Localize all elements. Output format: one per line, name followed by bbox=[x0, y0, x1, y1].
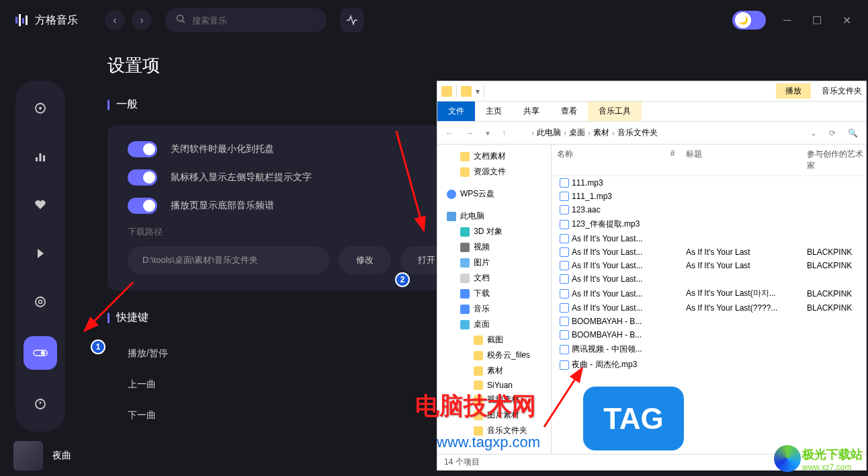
file-row[interactable]: 腾讯视频 - 中国领... bbox=[552, 342, 866, 357]
file-row[interactable]: 123.aac bbox=[552, 203, 866, 216]
tree-video[interactable]: 视频 bbox=[437, 239, 551, 255]
col-num[interactable]: # bbox=[659, 149, 686, 171]
explorer-files: 名称 # 标题 参与创作的艺术家 111.mp3111_1.mp3123.aac… bbox=[552, 145, 866, 454]
sidebar-item-discover[interactable] bbox=[26, 94, 54, 122]
file-row[interactable]: BOOMBAYAH - B... bbox=[552, 315, 866, 328]
file-row[interactable]: BOOMBAYAH - B... bbox=[552, 328, 866, 342]
svg-point-15 bbox=[41, 351, 45, 355]
col-name[interactable]: 名称 bbox=[552, 149, 659, 171]
tree-res[interactable]: 资源文件 bbox=[437, 164, 551, 180]
sidebar-item-clock[interactable] bbox=[26, 390, 54, 418]
sidebar-item-chart[interactable] bbox=[26, 143, 54, 171]
tree-siyuan[interactable]: SiYuan bbox=[437, 379, 551, 392]
svg-point-12 bbox=[36, 297, 45, 307]
file-icon bbox=[560, 289, 569, 299]
svg-point-16 bbox=[36, 399, 45, 409]
file-row[interactable]: 111_1.mp3 bbox=[552, 190, 866, 203]
download-path-display: D:\tools\桌面\素材\音乐文件夹 bbox=[128, 246, 329, 274]
file-row[interactable]: 123_伴奏提取.mp3 bbox=[552, 216, 866, 232]
col-artist[interactable]: 参与创作的艺术家 bbox=[807, 149, 866, 171]
file-icon bbox=[560, 261, 569, 270]
tree-tax[interactable]: 税务云_files bbox=[437, 348, 551, 363]
modify-button[interactable]: 修改 bbox=[339, 246, 391, 274]
file-row[interactable]: As If It's Your Last...As If It's Your L… bbox=[552, 259, 866, 272]
svg-point-7 bbox=[39, 107, 42, 110]
tab-music-tools[interactable]: 音乐工具 bbox=[588, 102, 642, 121]
search-icon bbox=[176, 14, 185, 26]
sidebar-item-playlist[interactable] bbox=[26, 239, 54, 268]
tree-musfolder[interactable]: 音乐文件夹 bbox=[437, 423, 551, 438]
file-row[interactable]: As If It's Your Last... bbox=[552, 272, 866, 286]
file-icon bbox=[560, 178, 569, 188]
theme-toggle[interactable] bbox=[732, 11, 766, 30]
tree-pic[interactable]: 图片 bbox=[437, 255, 551, 270]
file-icon bbox=[560, 303, 569, 313]
tree-docs[interactable]: 文档素材 bbox=[437, 149, 551, 164]
svg-point-13 bbox=[39, 301, 42, 304]
addr-dropdown-icon[interactable]: ⌄ bbox=[808, 128, 820, 138]
tree-picmat[interactable]: 图片素材 bbox=[437, 407, 551, 423]
tab-file[interactable]: 文件 bbox=[437, 102, 475, 121]
close-button[interactable]: ✕ bbox=[838, 14, 855, 27]
nav-back-icon[interactable]: ← bbox=[443, 128, 456, 138]
nav-fwd-icon[interactable]: → bbox=[463, 128, 476, 138]
tree-dl[interactable]: 下载 bbox=[437, 286, 551, 301]
file-row[interactable]: 夜曲 - 周杰伦.mp3 bbox=[552, 357, 866, 372]
switch-hover-sidebar[interactable] bbox=[128, 169, 157, 186]
tree-vidmat[interactable]: 视频素材 bbox=[437, 392, 551, 407]
tree-doc[interactable]: 文档 bbox=[437, 270, 551, 286]
titlebar-folder-icon bbox=[441, 86, 452, 97]
player-track-title: 夜曲 bbox=[52, 450, 71, 462]
tree-music[interactable]: 音乐 bbox=[437, 301, 551, 317]
breadcrumb[interactable]: ›此电脑 ›桌面 ›素材 ›音乐文件夹 bbox=[531, 127, 801, 138]
maximize-button[interactable]: ☐ bbox=[809, 14, 825, 27]
nav-forward-button[interactable]: › bbox=[132, 10, 152, 30]
file-row[interactable]: As If It's Your Last...As If It's Your L… bbox=[552, 245, 866, 259]
tree-3d[interactable]: 3D 对象 bbox=[437, 224, 551, 239]
explorer-titlebar: ▾ 播放 音乐文件夹 bbox=[437, 81, 866, 102]
label-hover-sidebar: 鼠标移入显示左侧导航栏提示文字 bbox=[171, 171, 312, 184]
addr-folder-icon bbox=[515, 128, 525, 138]
tab-view[interactable]: 查看 bbox=[550, 102, 588, 121]
nav-arrows: ‹ › bbox=[105, 10, 152, 30]
nav-back-button[interactable]: ‹ bbox=[105, 10, 125, 30]
nav-up-icon[interactable]: ↑ bbox=[499, 128, 509, 138]
sidebar-item-disc[interactable] bbox=[26, 288, 54, 316]
tree-desk[interactable]: 桌面 bbox=[437, 317, 551, 332]
file-row[interactable]: As If It's Your Last...As If It's Your L… bbox=[552, 286, 866, 301]
explorer-window: ▾ 播放 音乐文件夹 文件 主页 共享 查看 音乐工具 ← → ▾ ↑ ›此电脑… bbox=[437, 81, 867, 471]
svg-rect-0 bbox=[15, 17, 17, 24]
refresh-icon[interactable]: ⟳ bbox=[826, 128, 838, 138]
explorer-tree: 文档素材 资源文件 WPS云盘 此电脑 3D 对象 视频 图片 文档 下载 音乐… bbox=[437, 145, 552, 454]
col-title[interactable]: 标题 bbox=[686, 149, 807, 171]
file-row[interactable]: 111.mp3 bbox=[552, 176, 866, 190]
file-row[interactable]: As If It's Your Last...As If It's Your L… bbox=[552, 301, 866, 315]
tree-material[interactable]: 素材 bbox=[437, 363, 551, 379]
search-input[interactable] bbox=[192, 15, 316, 26]
label-visualizer: 播放页显示底部音乐频谱 bbox=[171, 200, 274, 212]
explorer-ribbon-tabs: 文件 主页 共享 查看 音乐工具 bbox=[437, 102, 866, 122]
search-folder-icon[interactable]: 🔍 bbox=[845, 128, 861, 138]
explorer-addressbar: ← → ▾ ↑ ›此电脑 ›桌面 ›素材 ›音乐文件夹 ⌄ ⟳ 🔍 bbox=[437, 122, 866, 145]
sidebar-item-favorite[interactable] bbox=[26, 191, 54, 219]
player-album-art[interactable] bbox=[13, 441, 43, 471]
app-logo: 方格音乐 bbox=[13, 12, 78, 28]
svg-rect-3 bbox=[26, 15, 28, 25]
minimize-button[interactable]: ─ bbox=[779, 14, 795, 26]
tree-screenshot[interactable]: 截图 bbox=[437, 332, 551, 348]
tab-home[interactable]: 主页 bbox=[475, 102, 513, 121]
tab-share[interactable]: 共享 bbox=[513, 102, 550, 121]
switch-visualizer[interactable] bbox=[128, 198, 157, 214]
file-icon bbox=[560, 317, 569, 326]
file-icon bbox=[560, 234, 569, 243]
tree-pc[interactable]: 此电脑 bbox=[437, 208, 551, 224]
search-box[interactable] bbox=[165, 8, 327, 32]
sidebar-item-settings[interactable] bbox=[24, 336, 57, 370]
switch-close-tray[interactable] bbox=[128, 141, 157, 157]
nav-hist-icon[interactable]: ▾ bbox=[483, 128, 492, 138]
pulse-button[interactable] bbox=[340, 8, 364, 32]
file-header: 名称 # 标题 参与创作的艺术家 bbox=[552, 145, 866, 176]
svg-point-17 bbox=[40, 402, 42, 404]
tree-wps[interactable]: WPS云盘 bbox=[437, 186, 551, 202]
file-row[interactable]: As If It's Your Last... bbox=[552, 232, 866, 245]
